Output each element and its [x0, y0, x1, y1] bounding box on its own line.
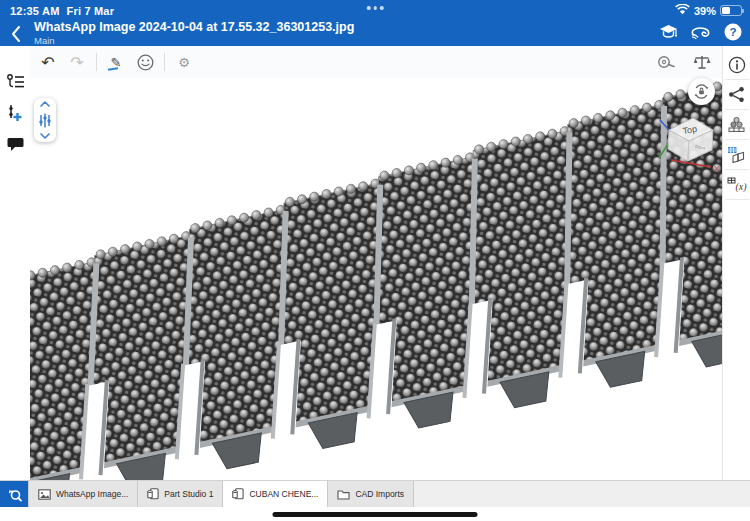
feature-list-icon[interactable] [5, 72, 25, 92]
view-rotation-lock-button[interactable] [688, 78, 715, 105]
model-viewport[interactable] [30, 78, 722, 480]
chevron-up-icon[interactable] [40, 101, 50, 107]
folder-icon [337, 489, 350, 500]
tab-label: WhatsApp Image... [56, 489, 128, 499]
smiley-feedback-button[interactable] [135, 52, 155, 72]
status-bar: 12:35 AMFri 7 Mar 39% [0, 0, 750, 22]
back-button[interactable] [6, 23, 28, 45]
battery-icon [720, 5, 742, 16]
sketch-button[interactable]: ✎ [106, 52, 126, 72]
home-indicator[interactable] [273, 512, 478, 517]
feature-slider-widget[interactable] [34, 98, 56, 142]
tab-label: CAD Imports [355, 489, 404, 499]
redo-button[interactable]: ↷ [67, 52, 87, 72]
axis-x-label: X [714, 164, 720, 172]
materials-appearance-icon[interactable] [725, 110, 749, 140]
help-icon[interactable]: ? [724, 23, 742, 45]
tab-bar: WhatsApp Image... Part Studio 1 CUBAN CH… [0, 480, 750, 507]
toolbar-divider [96, 53, 97, 71]
onshape-ipad-app: 12:35 AMFri 7 Mar 39% WhatsApp Image 202… [0, 0, 750, 521]
title-bar: WhatsApp Image 2024-10-04 at 17.55.32_36… [0, 22, 750, 46]
multitask-dots-icon[interactable] [367, 6, 384, 10]
document-toolbar: ↶ ↷ ✎ ⚙ [30, 46, 722, 78]
manage-tabs-button[interactable] [0, 481, 28, 507]
measure-tool-icon[interactable] [656, 52, 676, 72]
left-panel-rail [0, 46, 30, 480]
tab-whatsapp-image[interactable]: WhatsApp Image... [28, 481, 138, 507]
variables-icon[interactable]: (x) [725, 170, 749, 200]
part-studio-icon [232, 488, 244, 500]
tab-label: Part Studio 1 [164, 489, 213, 499]
view-cube[interactable]: X Top Front [655, 108, 721, 172]
home-indicator-area [0, 507, 750, 521]
slider-handle-icon[interactable] [38, 113, 52, 128]
insert-feature-icon[interactable] [5, 103, 25, 123]
info-panel-icon[interactable] [725, 50, 749, 80]
tab-part-studio-1[interactable]: Part Studio 1 [138, 481, 223, 507]
status-time: 12:35 AM [10, 5, 60, 17]
undo-button[interactable]: ↶ [38, 52, 58, 72]
document-title: WhatsApp Image 2024-10-04 at 17.55.32_36… [34, 20, 630, 34]
image-icon [38, 489, 51, 500]
wifi-icon [675, 4, 690, 17]
mass-properties-icon[interactable] [692, 52, 712, 72]
tab-label: CUBAN CHENE... [249, 489, 318, 499]
svg-text:?: ? [729, 26, 736, 38]
3d-model-cuban-chain[interactable] [30, 78, 722, 480]
tab-cad-imports[interactable]: CAD Imports [328, 481, 414, 507]
share-icon[interactable] [725, 80, 749, 110]
follow-mode-icon[interactable] [690, 24, 712, 44]
comment-icon[interactable] [5, 134, 25, 154]
configurations-icon[interactable] [725, 140, 749, 170]
chevron-down-icon[interactable] [40, 133, 50, 139]
svg-text:(x): (x) [735, 181, 747, 193]
app-header: 12:35 AMFri 7 Mar 39% WhatsApp Image 202… [0, 0, 750, 46]
toolbar-divider [164, 53, 165, 71]
insert-part-button[interactable]: ⚙ [174, 52, 194, 72]
right-panel-rail: (x) [722, 46, 750, 480]
workspace-name: Main [34, 35, 630, 46]
learning-center-icon[interactable] [659, 24, 678, 44]
part-studio-icon [147, 488, 159, 500]
status-date: Fri 7 Mar [67, 5, 115, 17]
status-clock: 12:35 AMFri 7 Mar [10, 5, 114, 17]
battery-percent: 39% [694, 5, 716, 17]
tab-cuban-chain[interactable]: CUBAN CHENE... [223, 481, 328, 507]
